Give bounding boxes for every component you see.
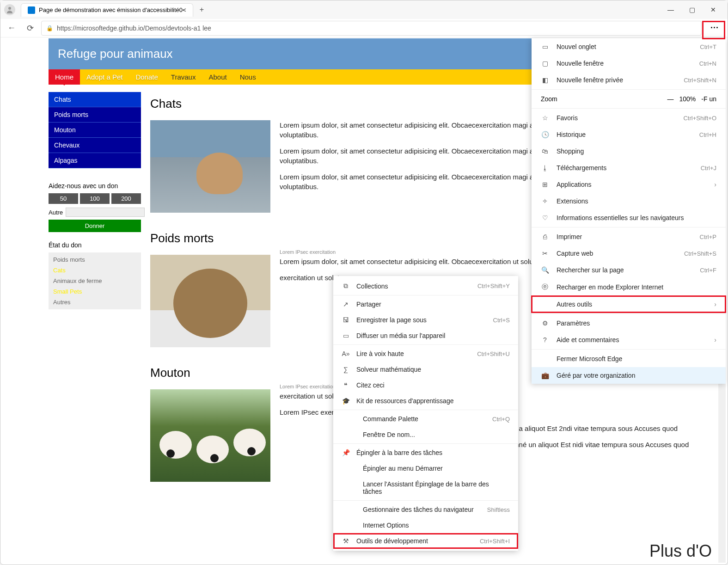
- donate-other-input[interactable]: [66, 208, 145, 217]
- menu-item[interactable]: ⎙ImprimerCtrl+P: [532, 228, 726, 245]
- menu-item[interactable]: ⓔRecharger en mode Explorer Internet: [532, 278, 726, 296]
- menu-separator: [333, 500, 518, 501]
- submenu-item[interactable]: Gestionnaire des tâches du navigateurShi…: [333, 502, 518, 517]
- sidebar-item[interactable]: Alpagas: [49, 153, 141, 168]
- submenu-item[interactable]: Internet Options: [333, 517, 518, 533]
- more-button[interactable]: ···: [705, 20, 724, 37]
- submenu-label: Gestionnaire des tâches du navigateur: [363, 506, 481, 513]
- sidebar: ChatsPoids mortsMoutonChevauxAlpagas Aid…: [49, 92, 141, 500]
- submenu-item[interactable]: Épingler au menu Démarrer: [333, 461, 518, 476]
- menu-label: Imprimer: [557, 233, 692, 240]
- menu-item[interactable]: ▢Nouvelle fenêtreCtrl+N: [532, 55, 726, 72]
- submenu-item[interactable]: ⚒Outils de développementCtrl+Shift+I: [333, 533, 518, 549]
- menu-item[interactable]: ☆FavorisCtrl+Shift+O: [532, 110, 726, 126]
- menu-label: Extensions: [557, 197, 709, 205]
- donate-amount[interactable]: 100: [80, 193, 110, 204]
- donate-amount[interactable]: 50: [49, 193, 78, 204]
- url-field[interactable]: 🔒 https://microsoftedge.github.io/Demos/…: [41, 21, 702, 36]
- menu-item[interactable]: ⚙Paramètres: [532, 315, 726, 332]
- submenu-label: Collections: [356, 282, 471, 290]
- browser-tab[interactable]: Page de démonstration avec émission d'ac…: [21, 3, 193, 17]
- menu-item[interactable]: ♡Informations essentielles sur les navig…: [532, 209, 726, 226]
- menu-label: Paramètres: [557, 319, 709, 327]
- nav-travaux[interactable]: Travaux: [165, 69, 202, 85]
- menu-item[interactable]: ✂Capture webCtrl+Shift+S: [532, 245, 726, 262]
- menu-item[interactable]: 💼Géré par votre organization: [532, 367, 726, 384]
- menu-icon: ⚙: [541, 319, 549, 327]
- menu-item[interactable]: Autres outils›: [532, 296, 726, 313]
- refresh-button[interactable]: ⟳: [23, 21, 37, 36]
- svg-point-0: [8, 7, 11, 10]
- submenu-item[interactable]: ❝Citez ceci: [333, 377, 518, 393]
- menu-item[interactable]: ◧Nouvelle fenêtre privéeCtrl+Shift+N: [532, 72, 726, 88]
- menu-label: Historique: [557, 131, 692, 138]
- back-button[interactable]: ←: [4, 21, 19, 36]
- nav-donate[interactable]: Donate: [129, 69, 164, 85]
- menu-item[interactable]: 🕓HistoriqueCtrl+H: [532, 126, 726, 143]
- sidebar-item[interactable]: Chevaux: [49, 138, 141, 153]
- donate-title: Aidez-nous avec un don: [49, 182, 141, 190]
- submenu-item[interactable]: A»Lire à voix hauteCtrl+Shift+U: [333, 346, 518, 362]
- menu-item[interactable]: ✧Extensions: [532, 193, 726, 209]
- zoom-out[interactable]: —: [667, 95, 674, 103]
- maximize-button[interactable]: ▢: [681, 2, 703, 17]
- status-title: État du don: [49, 241, 141, 249]
- menu-item[interactable]: ?Aide et commentaires›: [532, 332, 726, 348]
- chevron-right-icon: ›: [714, 181, 716, 188]
- submenu-item[interactable]: 📌Épingler à la barre des tâches: [333, 445, 518, 461]
- paragraph: Lorem ipsum dolor, sit amet consectetur …: [280, 257, 544, 266]
- nav-adopt-a-pet[interactable]: Adopt a Pet: [80, 69, 129, 85]
- submenu-item[interactable]: ▭Diffuser un média sur l'appareil: [333, 328, 518, 344]
- menu-separator: [333, 410, 518, 410]
- submenu-item[interactable]: ∑Solveur mathématique: [333, 362, 518, 377]
- donate-amount[interactable]: 200: [111, 193, 141, 204]
- nav-nous[interactable]: Nous: [233, 69, 263, 85]
- submenu-item[interactable]: ⧉CollectionsCtrl+Shift+Y: [333, 278, 518, 294]
- submenu-label: Diffuser un média sur l'appareil: [356, 332, 503, 339]
- chevron-right-icon: ›: [714, 301, 716, 308]
- sidebar-item[interactable]: Chats: [49, 92, 141, 107]
- menu-item[interactable]: 🔍Rechercher sur la pageCtrl+F: [532, 262, 726, 278]
- menu-item[interactable]: ⊞Applications›: [532, 176, 726, 193]
- submenu-item[interactable]: Commande PaletteCtrl+Q: [333, 411, 518, 427]
- submenu-icon: 🖫: [342, 316, 350, 324]
- status-item: Poids morts: [50, 254, 139, 265]
- menu-item[interactable]: 🛍Shopping: [532, 143, 726, 160]
- sidebar-item[interactable]: Mouton: [49, 123, 141, 138]
- menu-separator: [532, 349, 726, 350]
- zoom-full[interactable]: -F un: [701, 95, 716, 103]
- nav-about[interactable]: About: [202, 69, 233, 85]
- browser-window: Page de démonstration avec émission d'ac…: [0, 0, 728, 565]
- submenu-icon: ❝: [342, 381, 350, 389]
- menu-label: Recharger en mode Explorer Internet: [557, 283, 709, 291]
- submenu-icon: A»: [342, 350, 350, 357]
- submenu-icon: ↗: [342, 301, 350, 308]
- sidebar-item[interactable]: Poids morts: [49, 107, 141, 123]
- menu-item[interactable]: ▭Nouvel ongletCtrl+T: [532, 38, 726, 55]
- menu-item[interactable]: Fermer Microsoft Edge: [532, 350, 726, 367]
- profile-avatar[interactable]: [4, 4, 15, 15]
- submenu-item[interactable]: ↗Partager: [333, 296, 518, 312]
- new-tab-button[interactable]: +: [196, 4, 208, 16]
- donate-button[interactable]: Donner: [49, 220, 141, 232]
- submenu-item[interactable]: 🖫Enregistrer la page sousCtrl+S: [333, 312, 518, 328]
- close-button[interactable]: ✕: [703, 2, 724, 17]
- status-item: Small Pets: [50, 286, 139, 297]
- menu-item[interactable]: ⭳TéléchargementsCtrl+J: [532, 160, 726, 176]
- caption: Lorem IPsec exercitation: [280, 249, 544, 255]
- address-bar: ← ⟳ 🔒 https://microsoftedge.github.io/De…: [0, 19, 728, 37]
- status-section: État du don Poids mortsCatsAnimaux de fe…: [49, 241, 141, 309]
- zoom-row: Zoom—100%-F un: [532, 91, 726, 107]
- menu-icon: ⓔ: [541, 283, 549, 291]
- menu-label: Fermer Microsoft Edge: [557, 355, 709, 362]
- minimize-button[interactable]: —: [660, 2, 681, 17]
- submenu-item[interactable]: Lancer l'Assistant Épinglage de la barre…: [333, 476, 518, 499]
- submenu-item[interactable]: 🎓Kit de ressources d'apprentissage: [333, 393, 518, 409]
- menu-icon: ?: [541, 336, 549, 344]
- menu-separator: [532, 227, 726, 227]
- nav-home[interactable]: Home: [49, 69, 80, 85]
- submenu-icon: ⧉: [342, 282, 350, 290]
- submenu-item[interactable]: Fenêtre De nom...: [333, 427, 518, 442]
- menu-shortcut: Ctrl+P: [700, 233, 716, 240]
- submenu-shortcut: Ctrl+Q: [492, 416, 510, 423]
